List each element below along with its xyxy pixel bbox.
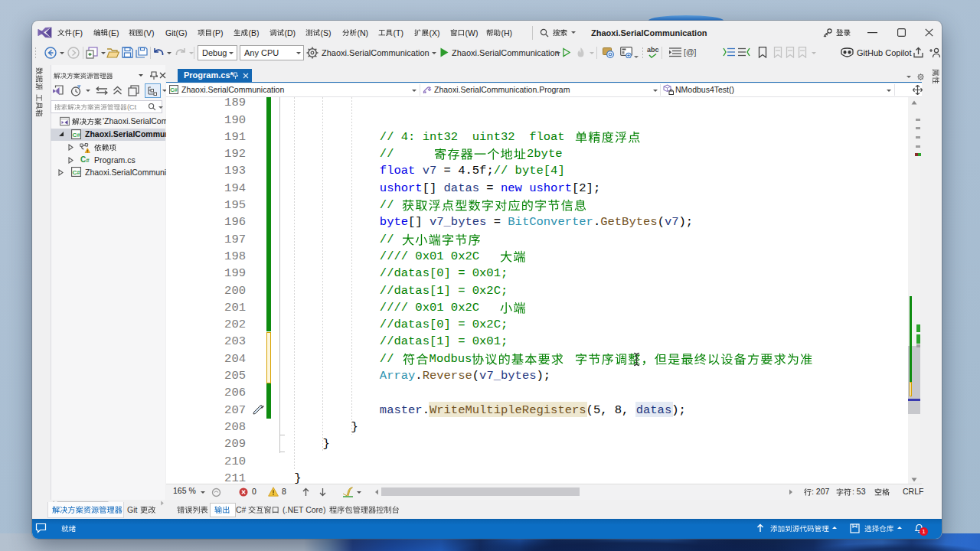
svg-text:C#: C# [170, 86, 177, 93]
svg-text:C#: C# [72, 169, 80, 176]
svg-text:C#: C# [72, 132, 80, 139]
